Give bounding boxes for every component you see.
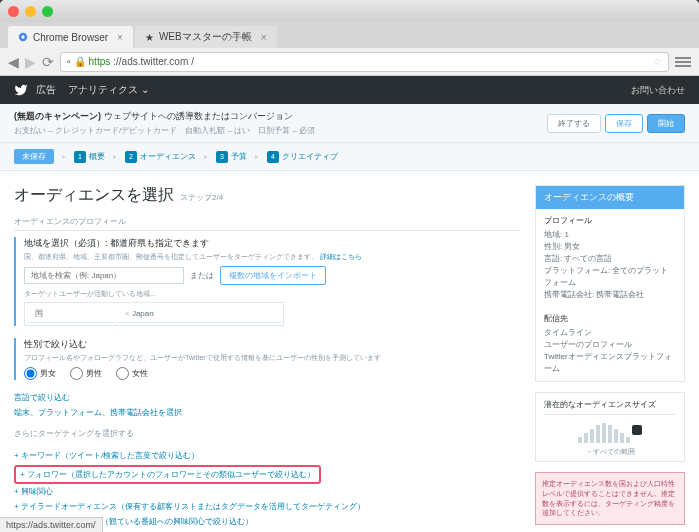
remove-location-icon[interactable]: × (125, 309, 130, 318)
twitter-topbar: 広告 アナリティクス ⌄ お問い合わせ (0, 76, 699, 104)
browser-tab-active[interactable]: Chrome Browser × (8, 26, 133, 48)
step-4[interactable]: 4クリエイティブ (267, 151, 338, 163)
browser-toolbar: ◀ ▶ ⟳ ▫ 🔒 https://ads.twitter.com/ ☆ (0, 48, 699, 76)
page-heading: オーディエンスを選択ステップ2/4 (14, 185, 521, 206)
twitter-bird-icon (14, 83, 28, 97)
location-search-input[interactable] (24, 267, 184, 284)
audience-chart (536, 417, 684, 447)
language-link[interactable]: 言語で絞り込む (14, 392, 521, 403)
minimize-window-button[interactable] (25, 6, 36, 17)
save-button[interactable]: 保存 (605, 114, 643, 133)
summary-row: タイムライン (544, 327, 676, 339)
lock-icon: 🔒 (74, 56, 86, 67)
summary-profile-label: プロフィール (544, 215, 676, 227)
profile-label: オーディエンスのプロフィール (14, 216, 521, 231)
step-indicator: ステップ2/4 (180, 193, 223, 202)
device-link[interactable]: 端末、プラットフォーム、携帯電話会社を選択 (14, 407, 521, 418)
browser-status-bar: https://ads.twitter.com/ (0, 517, 103, 532)
campaign-meta: お支払い – クレジットカード/デビットカード 自動入札額 – はい 日別予算 … (14, 125, 543, 136)
audience-range-label: →すべての範囲 (536, 447, 684, 461)
star-icon: ★ (145, 32, 154, 43)
address-bar[interactable]: ▫ 🔒 https://ads.twitter.com/ ☆ (60, 52, 669, 72)
gender-opt-male[interactable]: 男性 (70, 367, 102, 380)
bookmark-star-icon[interactable]: ☆ (653, 56, 662, 67)
nav-contact[interactable]: お問い合わせ (631, 84, 685, 97)
radio-female[interactable] (116, 367, 129, 380)
summary-row: 性別: 男女 (544, 241, 676, 253)
audience-marker-icon (632, 425, 642, 435)
tab-title: WEBマスターの手帳 (159, 30, 252, 44)
chrome-icon (18, 32, 28, 42)
close-tab-icon[interactable]: × (261, 32, 267, 43)
summary-heading: オーディエンスの概要 (536, 186, 684, 209)
target-follower[interactable]: + フォロワー（選択したアカウントのフォロワーとその類似ユーザーで絞り込む） (20, 469, 315, 480)
summary-row: ユーザーのプロフィール (544, 339, 676, 351)
location-active-label: ターゲットユーザーが活動している地域... (24, 289, 521, 299)
summary-row: プラットフォーム: 全てのプラットフォーム (544, 265, 676, 289)
back-button[interactable]: ◀ (8, 54, 19, 70)
step-2[interactable]: 2オーディエンス (125, 151, 196, 163)
summary-dest-label: 配信先 (544, 313, 676, 325)
audience-size-card: 潜在的なオーディエンスサイズ →すべての範囲 (535, 392, 685, 462)
radio-male[interactable] (70, 367, 83, 380)
summary-row: 地域: 1 (544, 229, 676, 241)
summary-row: Twitterオーディエンスプラットフォーム (544, 351, 676, 375)
campaign-subtitle: ウェブサイトへの誘導数またはコンバージョン (104, 111, 293, 121)
zoom-window-button[interactable] (42, 6, 53, 17)
location-table: 国× Japan (24, 302, 284, 326)
target-tailored[interactable]: + テイラードオーディエンス（保有する顧客リストまたはタグデータを活用してターゲ… (14, 499, 521, 514)
url-scheme: https (89, 56, 111, 67)
svg-point-1 (21, 35, 24, 38)
location-value: Japan (132, 309, 154, 318)
unsaved-badge: 未保存 (14, 149, 54, 164)
start-button[interactable]: 開始 (647, 114, 685, 133)
location-detail-link[interactable]: 詳細はこちら (320, 253, 362, 260)
gender-desc: プロフィール名やフォローグラフなど、ユーザーがTwitterで使用する情報を基に… (24, 353, 521, 363)
more-targeting-label: さらにターゲティングを選択する (14, 428, 521, 442)
or-label: または (190, 270, 214, 281)
gender-opt-female[interactable]: 女性 (116, 367, 148, 380)
end-button[interactable]: 終了する (547, 114, 601, 133)
summary-row: 言語: すべての言語 (544, 253, 676, 265)
campaign-bar: (無題のキャンペーン) ウェブサイトへの誘導数またはコンバージョン お支払い –… (0, 104, 699, 143)
location-section: 地域を選択（必須）: 都道府県も指定できます 国、都道府県、地域、主要都市圏、郵… (14, 237, 521, 326)
nav-analytics[interactable]: アナリティクス ⌄ (68, 83, 149, 97)
location-desc: 国、都道府県、地域、主要都市圏、郵便番号を指定してユーザーをターゲティングできま… (24, 252, 521, 262)
location-title: 地域を選択（必須）: 都道府県も指定できます (24, 237, 521, 250)
url-host: ://ads.twitter.com (113, 56, 188, 67)
reload-button[interactable]: ⟳ (42, 54, 54, 70)
close-tab-icon[interactable]: × (117, 32, 123, 43)
page-icon: ▫ (67, 56, 71, 67)
target-keyword[interactable]: + キーワード（ツイート/検索した言葉で絞り込む） (14, 448, 521, 463)
page-content: 広告 アナリティクス ⌄ お問い合わせ (無題のキャンペーン) ウェブサイトへの… (0, 76, 699, 532)
gender-title: 性別で絞り込む (24, 338, 521, 351)
browser-tabbar: Chrome Browser × ★ WEBマスターの手帳 × (0, 22, 699, 48)
url-path: / (191, 56, 194, 67)
summary-card: オーディエンスの概要 プロフィール 地域: 1 性別: 男女 言語: すべての言… (535, 185, 685, 382)
target-follower-highlight: + フォロワー（選択したアカウントのフォロワーとその類似ユーザーで絞り込む） (14, 465, 321, 484)
browser-menu-button[interactable] (675, 57, 691, 67)
radio-any[interactable] (24, 367, 37, 380)
col-country: 国 (27, 305, 115, 323)
audience-size-heading: 潜在的なオーディエンスサイズ (544, 399, 676, 415)
audience-warning: 推定オーディエンス数を国および人口特性レベルで提供することはできません。推定数を… (535, 472, 685, 525)
gender-section: 性別で絞り込む プロフィール名やフォローグラフなど、ユーザーがTwitterで使… (14, 338, 521, 380)
import-locations-button[interactable]: 複数の地域をインポート (220, 266, 326, 285)
window-titlebar (0, 0, 699, 22)
campaign-title: (無題のキャンペーン) (14, 111, 101, 121)
browser-tab[interactable]: ★ WEBマスターの手帳 × (135, 26, 277, 48)
close-window-button[interactable] (8, 6, 19, 17)
chevron-down-icon: ⌄ (138, 84, 149, 95)
summary-row: 携帯電話会社: 携帯電話会社 (544, 289, 676, 301)
step-3[interactable]: 3予算 (216, 151, 247, 163)
forward-button[interactable]: ▶ (25, 54, 36, 70)
tab-title: Chrome Browser (33, 32, 108, 43)
step-1[interactable]: 1概要 (74, 151, 105, 163)
gender-opt-any[interactable]: 男女 (24, 367, 56, 380)
target-interest[interactable]: + 興味関心 (14, 484, 521, 499)
step-bar: 未保存 ▸ 1概要 ▸ 2オーディエンス ▸ 3予算 ▸ 4クリエイティブ (0, 143, 699, 171)
nav-ads[interactable]: 広告 (36, 83, 56, 97)
